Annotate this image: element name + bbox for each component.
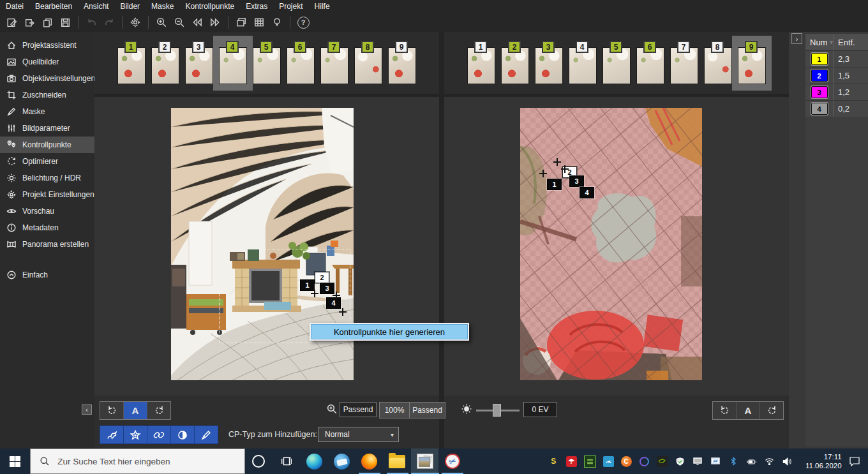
sidebar-item-maske[interactable]: Maske	[0, 103, 94, 120]
cortana-button[interactable]	[245, 448, 273, 474]
taskbar-app-snipping-tool[interactable]: ✂	[438, 448, 466, 474]
taskbar-app-edge[interactable]	[300, 448, 327, 474]
zoom-100-button[interactable]: 100%	[380, 403, 409, 418]
control-point-marker[interactable]	[539, 170, 547, 177]
taskbar-app-file-explorer[interactable]	[384, 448, 411, 474]
left-thumb-7[interactable]: 7	[320, 43, 348, 84]
zoom-in-button[interactable]	[153, 15, 170, 30]
control-point-marker[interactable]	[339, 308, 347, 316]
mask-cp-button[interactable]	[194, 426, 218, 443]
fit-view-button-2[interactable]: Passend	[409, 403, 445, 418]
left-thumb-8[interactable]: 8	[354, 43, 382, 84]
tray-diagnostics-icon[interactable]	[603, 456, 614, 467]
task-view-button[interactable]	[273, 448, 300, 474]
tray-sandboxie-icon[interactable]: S	[548, 456, 559, 467]
table-row[interactable]: 2 1,5	[805, 68, 868, 84]
table-row[interactable]: 3 1,2	[805, 84, 868, 101]
tray-network-monitor-icon[interactable]	[710, 456, 721, 467]
redo-button[interactable]	[101, 15, 117, 30]
zoom-tool[interactable]	[326, 403, 338, 415]
auto-align-button-selected[interactable]: A	[123, 402, 147, 419]
tray-power-icon[interactable]	[746, 456, 757, 467]
rotate-right-button[interactable]	[147, 402, 170, 419]
taskbar-clock[interactable]: 17:11 11.06.2020	[797, 448, 842, 474]
contrast-cp-button[interactable]	[170, 426, 194, 443]
control-point-marker[interactable]	[553, 158, 561, 166]
menu-maske[interactable]: Maske	[146, 0, 179, 13]
taskbar-app-firefox[interactable]	[355, 448, 383, 474]
sidebar-item-metadaten[interactable]: Metadaten	[0, 219, 94, 236]
open-project-button[interactable]	[21, 15, 38, 30]
link-cp-button[interactable]	[147, 426, 170, 443]
menu-kontrollpunkte[interactable]: Kontrollpunkte	[179, 0, 240, 13]
right-thumb-9-selected[interactable]: 9	[738, 43, 766, 84]
left-thumb-1[interactable]: 1	[117, 43, 146, 84]
sidebar-item-belichtung-hdr[interactable]: Belichtung / HDR	[0, 170, 94, 186]
control-point-marker[interactable]	[561, 165, 569, 173]
tray-defender-icon[interactable]	[675, 456, 685, 467]
sidebar-item-projekt-einstellungen[interactable]: Projekt Einstellungen	[0, 186, 94, 203]
lightbulb-button[interactable]	[269, 15, 285, 30]
table-header[interactable]: Num▿ Entf.	[805, 34, 868, 51]
control-point-label-4[interactable]: 4	[580, 187, 594, 198]
menu-hilfe[interactable]: Hilfe	[309, 0, 336, 13]
taskbar-search-input[interactable]: Zur Suche Text hier eingeben	[30, 448, 244, 474]
right-thumb-6[interactable]: 6	[636, 43, 664, 84]
menu-bilder[interactable]: Bilder	[114, 0, 146, 13]
left-thumb-3[interactable]: 3	[185, 43, 213, 84]
right-thumb-1[interactable]: 1	[467, 43, 495, 84]
sidebar-item-kontrollpunkte[interactable]: Kontrollpunkte	[0, 137, 94, 153]
tray-nvidia-icon[interactable]	[657, 456, 668, 467]
tray-ccleaner-icon[interactable]: C	[621, 456, 632, 467]
cp-type-dropdown[interactable]: Normal ▾	[318, 427, 399, 442]
previous-image-button[interactable]	[189, 15, 206, 30]
table-row[interactable]: 1 2,3	[805, 51, 868, 68]
control-point-marker[interactable]	[333, 292, 340, 299]
new-project-button[interactable]	[3, 15, 20, 30]
sidebar-collapse-button[interactable]: ‹	[82, 404, 92, 415]
tray-avira-icon[interactable]: ☂	[566, 456, 577, 467]
copy-project-button[interactable]	[39, 15, 56, 30]
right-masked-image[interactable]	[520, 108, 702, 380]
grid-view-button[interactable]	[251, 15, 267, 30]
rotate-left-button[interactable]	[100, 402, 123, 419]
sidebar-item-vorschau[interactable]: Vorschau	[0, 203, 94, 219]
tray-system-grid-icon[interactable]	[584, 455, 596, 468]
taskbar-app-thunderbird[interactable]	[328, 448, 355, 474]
fit-view-button[interactable]: Passend	[340, 402, 377, 417]
left-thumb-5[interactable]: 5	[253, 43, 281, 84]
panel-expand-button[interactable]: ›	[791, 33, 802, 44]
right-thumb-8[interactable]: 8	[704, 43, 732, 84]
right-thumb-5[interactable]: 5	[602, 43, 631, 84]
sidebar-item-bildparameter[interactable]: Bildparameter	[0, 120, 94, 137]
context-menu-item-generate-cps[interactable]: Kontrollpunkte hier generieren	[311, 324, 468, 339]
table-row[interactable]: 4 0,2	[805, 101, 868, 117]
tray-display-icon[interactable]	[692, 456, 703, 467]
sidebar-item-panorama-erstellen[interactable]: Panorama erstellen	[0, 236, 94, 253]
sidebar-item-objektiveinstellungen[interactable]: Objektiveinstellungen	[0, 70, 94, 87]
star-cp-button[interactable]	[123, 426, 147, 443]
control-point-label-1[interactable]: 1	[547, 179, 562, 190]
undo-button[interactable]	[83, 15, 100, 30]
right-thumb-2[interactable]: 2	[501, 43, 529, 84]
tray-wifi-icon[interactable]	[764, 456, 775, 467]
menu-datei[interactable]: Datei	[0, 0, 29, 13]
right-thumb-4[interactable]: 4	[569, 43, 597, 84]
menu-bearbeiten[interactable]: Bearbeiten	[29, 0, 78, 13]
control-point-marker[interactable]	[311, 290, 318, 297]
sidebar-item-optimierer[interactable]: Optimierer	[0, 153, 94, 170]
control-point-label-2-selected[interactable]: 2	[315, 272, 329, 283]
rotate-left-button[interactable]	[713, 402, 736, 419]
action-center-button[interactable]	[842, 448, 868, 474]
rotate-right-button[interactable]	[760, 402, 783, 419]
control-point-label-3[interactable]: 3	[569, 175, 584, 187]
next-image-button[interactable]	[207, 15, 223, 30]
left-thumb-9[interactable]: 9	[388, 43, 416, 84]
menu-projekt[interactable]: Projekt	[273, 0, 308, 13]
tray-bluetooth-icon[interactable]	[728, 456, 739, 467]
settings-button[interactable]	[127, 15, 144, 30]
tray-volume-icon[interactable]	[782, 456, 793, 467]
sidebar-item-projektassistent[interactable]: Projektassistent	[0, 37, 94, 54]
menu-ansicht[interactable]: Ansicht	[78, 0, 114, 13]
start-button[interactable]	[0, 448, 30, 474]
